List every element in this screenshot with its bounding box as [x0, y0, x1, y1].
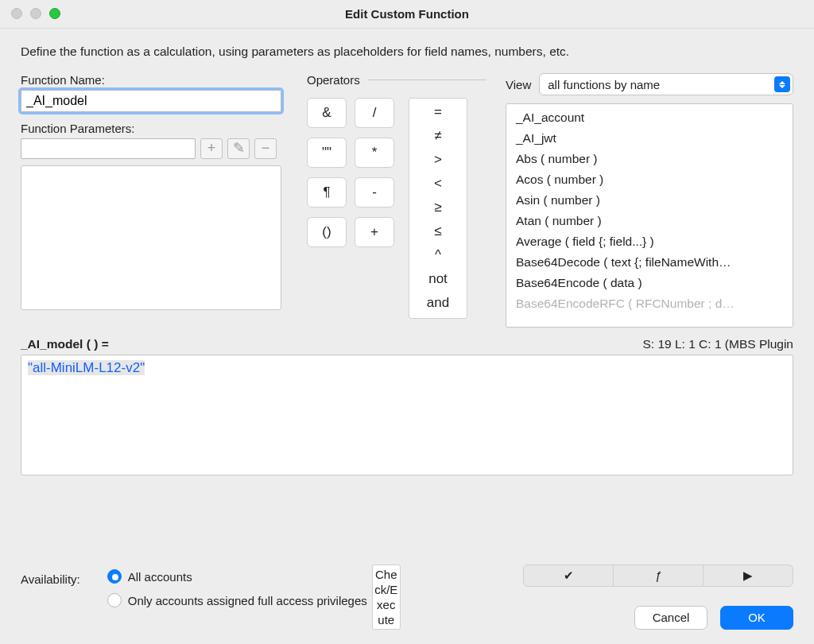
- op-and[interactable]: and: [409, 291, 467, 315]
- function-list[interactable]: _AI_account _AI_jwt Abs ( number ) Acos …: [506, 103, 793, 328]
- titlebar: Edit Custom Function: [0, 0, 814, 29]
- op-amp[interactable]: &: [307, 98, 347, 128]
- cancel-button[interactable]: Cancel: [634, 606, 707, 630]
- window-title: Edit Custom Function: [0, 0, 814, 29]
- op-quotes[interactable]: "": [307, 138, 347, 168]
- op-pilcrow[interactable]: ¶: [307, 177, 347, 208]
- ok-button[interactable]: OK: [720, 606, 793, 630]
- op-multiply[interactable]: *: [355, 138, 394, 168]
- list-item[interactable]: Base64Encode ( data ): [506, 273, 793, 293]
- intro-text: Define the function as a calculation, us…: [21, 45, 793, 59]
- op-divide[interactable]: /: [355, 98, 394, 128]
- radio-icon: [107, 569, 122, 584]
- radio-icon: [107, 593, 122, 607]
- list-item[interactable]: _AI_account: [506, 107, 793, 128]
- op-not[interactable]: not: [409, 267, 467, 291]
- traffic-lights: [11, 8, 60, 19]
- availability-all-radio[interactable]: All accounts: [107, 569, 367, 584]
- minimize-icon[interactable]: [30, 8, 41, 19]
- view-select[interactable]: all functions by name: [539, 73, 793, 95]
- op-lte[interactable]: ≤: [409, 219, 467, 243]
- operator-scroll-list[interactable]: = ≠ > < ≥ ≤ ^ not and: [409, 98, 467, 319]
- availability-restricted-radio[interactable]: Only accounts assigned full access privi…: [107, 593, 367, 607]
- chevron-up-down-icon: [774, 76, 790, 92]
- view-label: View: [506, 78, 531, 91]
- op-gte[interactable]: ≥: [409, 196, 467, 219]
- op-lt[interactable]: <: [409, 172, 467, 196]
- list-item[interactable]: Atan ( number ): [506, 211, 793, 231]
- calc-signature: _AI_model ( ) =: [21, 337, 109, 351]
- calc-toolbar: ✔ ƒ ▶: [523, 564, 793, 587]
- check-execute-button[interactable]: Check/Execute: [372, 564, 401, 630]
- function-parameters-label: Function Parameters:: [21, 122, 288, 135]
- calc-string-literal: "all-MiniLM-L12-v2": [28, 360, 145, 375]
- list-item[interactable]: Base64Decode ( text {; fileNameWith…: [506, 252, 793, 273]
- cursor-status: S: 19 L: 1 C: 1 (MBS Plugin: [642, 337, 793, 351]
- remove-param-button[interactable]: −: [254, 138, 277, 159]
- view-select-value: all functions by name: [548, 78, 660, 91]
- parameter-list[interactable]: [21, 165, 281, 310]
- op-parens[interactable]: (): [307, 217, 347, 247]
- op-caret[interactable]: ^: [409, 243, 467, 267]
- check-syntax-button[interactable]: ✔: [524, 565, 614, 586]
- op-minus[interactable]: -: [355, 177, 394, 208]
- add-param-button[interactable]: +: [200, 138, 223, 159]
- calculation-editor[interactable]: "all-MiniLM-L12-v2": [21, 355, 793, 475]
- list-item[interactable]: Acos ( number ): [506, 169, 793, 190]
- edit-param-button[interactable]: ✎: [227, 138, 250, 159]
- parameter-input[interactable]: [21, 138, 196, 159]
- run-button[interactable]: ▶: [704, 565, 793, 586]
- op-plus[interactable]: +: [355, 217, 394, 247]
- list-item[interactable]: Average ( field {; field...} ): [506, 231, 793, 252]
- list-item[interactable]: Abs ( number ): [506, 149, 793, 169]
- radio-label: All accounts: [128, 570, 192, 584]
- zoom-icon[interactable]: [49, 8, 60, 19]
- insert-function-button[interactable]: ƒ: [614, 565, 704, 586]
- divider: [368, 80, 486, 80]
- list-item[interactable]: Asin ( number ): [506, 190, 793, 211]
- list-item[interactable]: _AI_jwt: [506, 128, 793, 149]
- function-name-input[interactable]: [21, 90, 281, 112]
- operators-label: Operators: [307, 73, 360, 87]
- op-eq[interactable]: =: [409, 100, 467, 124]
- close-icon[interactable]: [11, 8, 22, 19]
- availability-label: Availability:: [21, 572, 80, 604]
- op-gt[interactable]: >: [409, 148, 467, 172]
- function-name-label: Function Name:: [21, 73, 288, 87]
- radio-label: Only accounts assigned full access privi…: [128, 594, 367, 607]
- op-neq[interactable]: ≠: [409, 124, 467, 148]
- list-item[interactable]: Base64EncodeRFC ( RFCNumber ; d…: [506, 293, 793, 314]
